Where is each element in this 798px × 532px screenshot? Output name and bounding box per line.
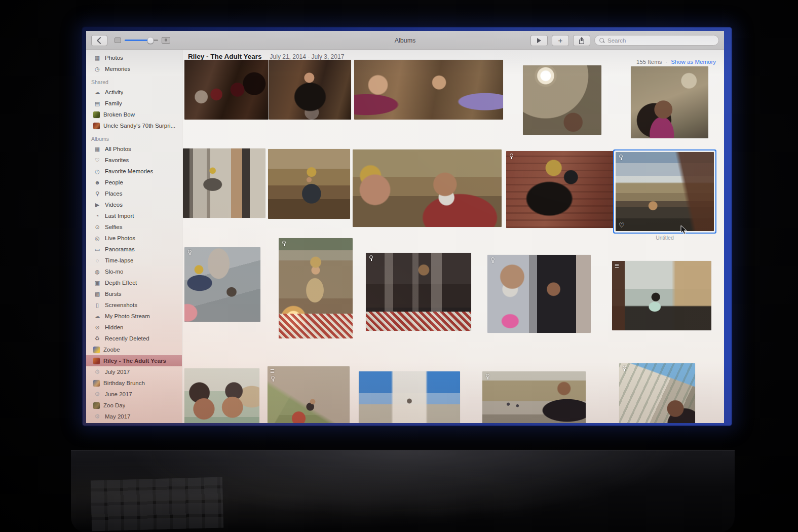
sidebar-item-june-2017[interactable]: ⚙June 2017	[86, 389, 182, 400]
search-input[interactable]	[606, 37, 714, 44]
photo-checkered-table-glasses[interactable]	[366, 253, 471, 331]
sidebar-item-label: Hidden	[105, 324, 123, 330]
photo-reclining-pair[interactable]	[487, 255, 591, 333]
photo-badges	[281, 241, 286, 246]
sidebar-item-may-2017[interactable]: ⚙May 2017	[86, 411, 182, 422]
album-content: Riley - The Adult YearsJuly 21, 2014 - J…	[182, 50, 724, 423]
photo-plaza-pigeons[interactable]	[482, 371, 586, 423]
photo-badges	[490, 257, 495, 263]
sidebar-item-places[interactable]: ⚲Places	[86, 188, 182, 199]
sidebar-item-favorites[interactable]: ♡Favorites	[86, 155, 182, 166]
photo-scene: Albums +	[0, 0, 798, 532]
sidebar-item-zoobe[interactable]: Zoobe	[86, 344, 182, 355]
sidebar-item-all-photos[interactable]: ▦All Photos	[86, 143, 182, 155]
mouse-cursor	[680, 225, 688, 235]
photo-photographer-brick-wall[interactable]	[506, 151, 614, 228]
sidebar-item-uncle-sandy-s-70th-surpri[interactable]: Uncle Sandy's 70th Surpri...	[86, 120, 182, 131]
share-button[interactable]	[573, 35, 590, 46]
photo-pantheon-oculus[interactable]	[523, 65, 601, 135]
trash-icon: ♻	[93, 336, 101, 341]
slo-mo-icon: ◍	[93, 269, 101, 275]
sidebar-item-july-2017[interactable]: ⚙July 2017	[86, 366, 182, 377]
sidebar-item-my-photo-stream[interactable]: ☁My Photo Stream	[86, 311, 182, 322]
photo-dinner-wine-glasses[interactable]	[184, 60, 269, 120]
photo-badges	[509, 154, 514, 159]
keyword-pin-icon	[485, 374, 490, 379]
sidebar-item-photos[interactable]: ▦Photos	[86, 52, 182, 63]
family-album-icon: ▤	[93, 101, 101, 106]
photo-pantheon-group-selfie[interactable]	[354, 60, 503, 120]
item-count: 155 Items	[636, 59, 662, 65]
photo-badges: ☰	[270, 369, 275, 382]
sidebar-item-favorite-memories[interactable]: ◷Favorite Memories	[86, 166, 182, 177]
photo-badges	[622, 366, 627, 371]
sidebar-item-label: People	[105, 179, 123, 185]
sidebar-item-activity[interactable]: ☁Activity	[86, 87, 182, 98]
photo-badges: ☰	[615, 263, 619, 269]
photo-pantheon-dome-selfie[interactable]	[631, 66, 708, 138]
show-as-memory-link[interactable]: Show as Memory	[671, 59, 716, 65]
photo-colosseum-couple-selfie[interactable]	[353, 149, 502, 227]
play-slideshow-button[interactable]	[530, 35, 548, 46]
share-icon	[579, 37, 585, 44]
zoom-slider-knob[interactable]	[147, 37, 154, 44]
gear-icon: ⚙	[93, 413, 101, 420]
sidebar-item-label: Screenshots	[105, 302, 137, 308]
sidebar-item-last-import[interactable]: ◔Last Import	[86, 210, 182, 221]
sidebar-item-label: Live Photos	[105, 235, 135, 241]
sidebar-item-people[interactable]: ☻People	[86, 177, 182, 188]
sidebar-section-header-shared: Shared	[86, 74, 182, 87]
zoom-slider[interactable]	[125, 40, 158, 41]
album-thumbnail	[93, 123, 100, 129]
photo-colosseum-overlook[interactable]: ♡	[616, 152, 714, 231]
photo-river-selfie[interactable]	[184, 368, 259, 423]
sidebar-item-label: July 2017	[105, 369, 130, 375]
sidebar-item-live-photos[interactable]: ◎Live Photos	[86, 233, 182, 244]
sidebar-item-panoramas[interactable]: ▭Panoramas	[86, 244, 182, 255]
photo-duomo-facade-selfie[interactable]	[619, 363, 695, 423]
pin-icon: ⚲	[93, 191, 101, 197]
sidebar-section-header-albums: Albums	[86, 131, 182, 143]
sidebar-item-bursts[interactable]: ▩Bursts	[86, 288, 182, 299]
album-thumbnail	[93, 111, 100, 118]
all-photos-icon: ▦	[93, 146, 101, 152]
photo-ponte-vecchio[interactable]: ☰	[268, 366, 350, 423]
sidebar-item-label: Broken Bow	[103, 111, 135, 118]
separator-dot: ·	[665, 59, 667, 65]
sidebar-item-depth-effect[interactable]: ▣Depth Effect	[86, 277, 182, 288]
sidebar-item-hidden[interactable]: ⊘Hidden	[86, 322, 182, 333]
panorama-icon: ▭	[93, 247, 101, 252]
chevron-left-icon	[96, 36, 103, 44]
plus-icon: +	[558, 36, 563, 44]
back-button[interactable]	[91, 35, 107, 46]
favorite-heart-icon[interactable]: ♡	[619, 221, 625, 229]
toolbar-right-controls: +	[530, 35, 719, 46]
sidebar-item-time-lapse[interactable]: ◌Time-lapse	[86, 255, 182, 266]
photo-pantheon-photographer[interactable]	[183, 148, 265, 218]
photo-cafe-candle-portrait[interactable]	[279, 238, 353, 338]
sidebar-item-videos[interactable]: ▶Videos	[86, 199, 182, 210]
photo-arno-river-overlook[interactable]: ☰	[612, 261, 711, 330]
sidebar-item-slo-mo[interactable]: ◍Slo-mo	[86, 266, 182, 277]
sidebar-item-recently-deleted[interactable]: ♻Recently Deleted	[86, 333, 182, 344]
sidebar-item-riley-the-adult-years[interactable]: Riley - The Adult Years	[86, 355, 182, 366]
large-thumbnails-icon	[162, 37, 170, 44]
sidebar-item-family[interactable]: ▤Family	[86, 98, 182, 109]
photo-cobblestone-cat[interactable]	[184, 247, 260, 322]
edited-adjustments-icon: ☰	[615, 263, 619, 269]
sidebar-item-screenshots[interactable]: ▯Screenshots	[86, 299, 182, 311]
sidebar-item-memories[interactable]: ◷Memories	[86, 63, 182, 74]
photo-restaurant-portrait[interactable]	[269, 60, 351, 120]
sidebar-item-label: All Photos	[105, 146, 131, 152]
sidebar-item-selfies[interactable]: ⊙Selfies	[86, 221, 182, 233]
search-field[interactable]	[594, 35, 719, 46]
add-button[interactable]: +	[552, 35, 569, 46]
sidebar-item-label: Zoobe	[103, 347, 120, 353]
photo-colosseum-turban-portrait[interactable]	[268, 149, 350, 219]
sidebar-item-broken-bow[interactable]: Broken Bow	[86, 109, 182, 120]
photo-badges	[368, 255, 373, 261]
sidebar-item-birthday-brunch[interactable]: Birthday Brunch	[86, 377, 182, 389]
keyword-pin-icon	[187, 250, 192, 255]
photo-santa-croce-square[interactable]	[359, 371, 460, 423]
sidebar-item-zoo-day[interactable]: Zoo Day	[86, 400, 182, 411]
